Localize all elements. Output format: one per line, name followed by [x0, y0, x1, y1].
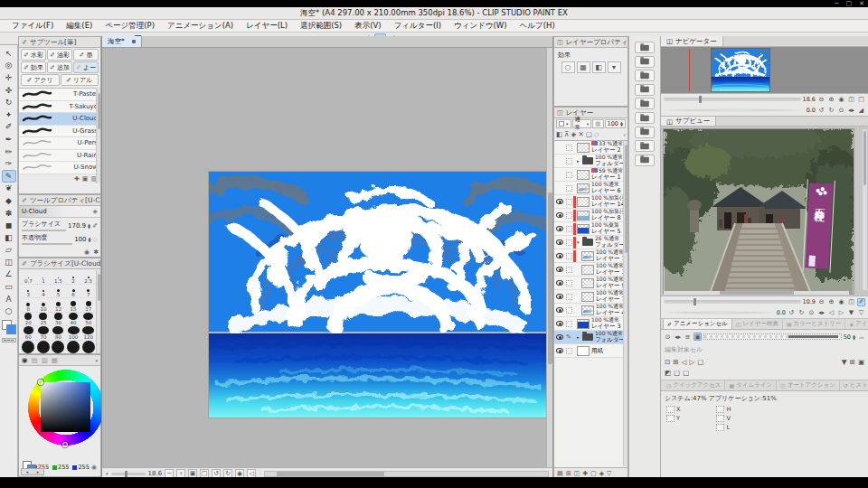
- cel-opacity-stepper[interactable]: ▲▼: [853, 334, 855, 340]
- color-wheel-tab-icon[interactable]: ◉: [22, 356, 28, 364]
- layer-edit-target[interactable]: [564, 145, 573, 151]
- mask-icon[interactable]: ✕: [578, 130, 583, 138]
- brush-size-value[interactable]: 170.9: [68, 222, 86, 230]
- menu-item-7[interactable]: フィルター(I): [388, 20, 448, 32]
- brush-size-7[interactable]: 7: [80, 285, 96, 299]
- new-cel-icon[interactable]: ⊡: [665, 358, 670, 366]
- layer-visibility-toggle[interactable]: [554, 267, 564, 272]
- ruler-tool[interactable]: ∠: [2, 268, 16, 281]
- color-slider-tab-icon[interactable]: ▤: [32, 356, 38, 364]
- brush-size-60[interactable]: 60: [21, 326, 36, 341]
- layer-opacity-field[interactable]: 100▲▼: [605, 119, 627, 128]
- brush-size-17[interactable]: 17: [80, 298, 96, 313]
- brush-item-U-Pers[interactable]: U-Pers: [19, 137, 100, 150]
- subview-rotate-slider[interactable]: [664, 309, 775, 316]
- navigator-tab[interactable]: ◫ ナビゲーター: [661, 36, 723, 46]
- menu-item-6[interactable]: 表示(V): [348, 20, 387, 32]
- cel-link-icon[interactable]: ▢: [674, 369, 680, 377]
- pencil-tool[interactable]: ✏: [2, 145, 16, 158]
- layer-visibility-toggle[interactable]: [554, 239, 564, 245]
- nav-rotate-cw-icon[interactable]: ↻: [827, 107, 835, 115]
- layer-list-scrollbar[interactable]: [623, 141, 627, 466]
- bottom-tab-2[interactable]: ◫オートアクション: [777, 380, 840, 390]
- maximize-button[interactable]: □: [846, 0, 853, 7]
- new-timeline-icon[interactable]: ⊞: [850, 358, 855, 366]
- subview-preview[interactable]: 石座神社: [661, 127, 868, 296]
- color-set-tab-icon[interactable]: ▥: [42, 356, 48, 364]
- layer-visibility-toggle[interactable]: [554, 334, 564, 340]
- canvas-horizontal-scrollbar[interactable]: [264, 471, 549, 477]
- nav-fit-icon[interactable]: ◫: [847, 96, 855, 104]
- fill-tool[interactable]: ◼: [2, 219, 16, 231]
- dup-cel-icon[interactable]: ⊞: [673, 358, 678, 366]
- dock-palette-button-8[interactable]: [635, 155, 655, 166]
- layer-row-フォルダー 2[interactable]: ▾26 %通常フォルダー 2: [554, 236, 627, 249]
- nav-rotate-reset-icon[interactable]: ⊙: [837, 107, 845, 115]
- effect-button-1[interactable]: ▦: [577, 61, 590, 73]
- subtool-group-効果[interactable]: ✐効果: [21, 61, 46, 73]
- brush-size-120[interactable]: 120: [80, 326, 96, 341]
- brush-item-T-Pastel[interactable]: T-Pastel: [19, 89, 100, 101]
- minimize-button[interactable]: ─: [835, 0, 838, 7]
- next-cel-icon[interactable]: ▷: [689, 358, 694, 366]
- dock-palette-button-1[interactable]: [635, 56, 655, 68]
- layer-bottom-icon-5[interactable]: ◈: [599, 470, 604, 477]
- layer-edit-target[interactable]: [564, 212, 573, 219]
- dock-palette-button-4[interactable]: [635, 98, 655, 109]
- layer-edit-target[interactable]: ✎: [564, 333, 573, 341]
- dock-palette-button-0[interactable]: [635, 42, 655, 53]
- hand-tool[interactable]: ✛: [2, 71, 16, 84]
- subtool-scrollbar[interactable]: [96, 88, 100, 183]
- blend-mode-dropdown[interactable]: 通常▾: [572, 119, 592, 128]
- layer-panel-header[interactable]: ◫ レイヤー: [554, 108, 627, 118]
- status-menu-icon[interactable]: ▾: [106, 471, 108, 476]
- subtool-panel-header[interactable]: ✐ サブツール[筆]: [19, 37, 100, 48]
- layer-visibility-toggle[interactable]: [554, 280, 564, 286]
- brush-size-scrollbar[interactable]: [96, 270, 100, 353]
- sv-rotate-reset-icon[interactable]: ⊙: [807, 309, 816, 317]
- layer-edit-target[interactable]: [564, 172, 573, 178]
- operation-tool[interactable]: ↖: [2, 47, 16, 60]
- brush-size-25[interactable]: 25: [36, 313, 52, 327]
- brush-size-large-28[interactable]: [66, 341, 81, 355]
- figure-tool[interactable]: ▱: [2, 244, 16, 257]
- dock-palette-button-5[interactable]: [635, 112, 655, 124]
- menu-item-4[interactable]: レイヤー(L): [240, 20, 294, 32]
- canvas-vertical-scrollbar[interactable]: [546, 48, 552, 467]
- menu-item-8[interactable]: ウィンドウ(W): [448, 20, 514, 32]
- layer-bottom-icon-3[interactable]: ✚: [582, 470, 588, 477]
- brush-item-U-Grass[interactable]: U-Grass: [19, 126, 100, 138]
- effect-more-button[interactable]: ▾: [608, 61, 621, 73]
- dock-palette-button-6[interactable]: [635, 127, 655, 138]
- navigator-preview[interactable]: [661, 47, 868, 94]
- subtool-group-水彩[interactable]: ✐水彩: [21, 49, 46, 61]
- brush-size-1.5[interactable]: 1.5: [51, 270, 66, 285]
- layer-row-レイヤー 11[interactable]: 100 %通常レイヤー 11: [554, 249, 627, 263]
- close-button[interactable]: ✕: [859, 0, 864, 7]
- brush-size-large-27[interactable]: [51, 341, 66, 355]
- zoom-tool[interactable]: ◎: [2, 60, 16, 72]
- settings-icon[interactable]: ✱: [93, 249, 99, 256]
- object-tool[interactable]: ↻: [2, 96, 16, 108]
- layer-row-レイヤー 3[interactable]: 100 %通常レイヤー 3: [554, 317, 627, 331]
- move-tool[interactable]: ✜: [2, 84, 16, 97]
- sv-zoom-in-icon[interactable]: ⊕: [827, 298, 835, 306]
- layer-edit-target[interactable]: [564, 226, 573, 232]
- onion-prev-icon[interactable]: ⊙: [664, 333, 672, 341]
- navigator-thumbnail[interactable]: [712, 49, 769, 91]
- sv-cursor[interactable]: [38, 380, 43, 385]
- timeline-settings-icon[interactable]: ▣: [858, 358, 864, 366]
- layer-edit-target[interactable]: [564, 280, 573, 286]
- eraser-tool[interactable]: ◆: [2, 194, 16, 207]
- pen-tool[interactable]: ✒: [2, 133, 16, 145]
- marker-tool[interactable]: ✑: [2, 157, 16, 170]
- subview-photo[interactable]: 石座神社: [664, 129, 854, 294]
- brush-size-5[interactable]: 5: [51, 285, 66, 299]
- effect-button-2[interactable]: ◧: [592, 61, 606, 73]
- bottom-tab-3[interactable]: ↺ヒストリー: [840, 380, 868, 390]
- brush-item-U-Snow[interactable]: U-Snow: [19, 162, 100, 174]
- layer-edit-target[interactable]: [564, 199, 573, 205]
- canvas-tab[interactable]: 海空*: [102, 36, 142, 47]
- sv-open-image-icon[interactable]: ▼: [847, 309, 855, 317]
- brush-size-15[interactable]: 15: [66, 298, 81, 313]
